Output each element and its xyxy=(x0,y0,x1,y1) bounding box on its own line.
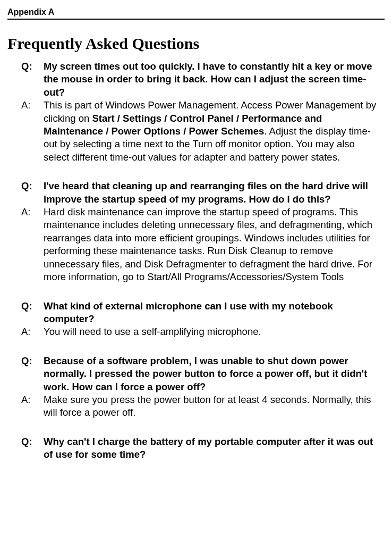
answer-row: A: You will need to use a self-amplifyin… xyxy=(21,325,381,338)
question-row: Q: My screen times out too quickly. I ha… xyxy=(21,60,381,99)
answer-text: You will need to use a self-amplifying m… xyxy=(44,325,381,338)
question-text: I've heard that cleaning up and rearrang… xyxy=(44,180,381,206)
faq-item: Q: What kind of external microphone can … xyxy=(21,300,381,339)
answer-row: A: This is part of Windows Power Managem… xyxy=(21,99,381,164)
question-text: Because of a software problem, I was una… xyxy=(44,355,381,393)
question-text: My screen times out too quickly. I have … xyxy=(44,60,381,99)
question-row: Q: What kind of external microphone can … xyxy=(21,300,381,326)
question-label: Q: xyxy=(21,180,44,192)
answer-text: Make sure you press the power button for… xyxy=(44,393,381,419)
answer-row: A: Hard disk maintenance can improve the… xyxy=(21,206,381,283)
faq-item: Q: Why can't I charge the battery of my … xyxy=(21,435,381,461)
answer-label: A: xyxy=(21,393,44,406)
answer-label: A: xyxy=(21,206,44,219)
faq-item: Q: Because of a software problem, I was … xyxy=(21,355,381,419)
question-text: Why can't I charge the battery of my por… xyxy=(44,435,381,461)
question-label: Q: xyxy=(21,300,44,313)
faq-item: Q: I've heard that cleaning up and rearr… xyxy=(21,180,381,283)
question-row: Q: Why can't I charge the battery of my … xyxy=(21,435,381,461)
answer-text: This is part of Windows Power Management… xyxy=(44,99,381,164)
answer-text: Hard disk maintenance can improve the st… xyxy=(44,206,381,283)
question-label: Q: xyxy=(21,60,44,73)
question-row: Q: Because of a software problem, I was … xyxy=(21,355,381,393)
question-label: Q: xyxy=(21,435,44,448)
answer-label: A: xyxy=(21,325,44,338)
appendix-header: Appendix A xyxy=(7,7,385,20)
faq-list: Q: My screen times out too quickly. I ha… xyxy=(7,60,385,461)
faq-item: Q: My screen times out too quickly. I ha… xyxy=(21,60,381,164)
answer-row: A: Make sure you press the power button … xyxy=(21,393,381,419)
page-title: Frequently Asked Questions xyxy=(7,35,385,53)
question-row: Q: I've heard that cleaning up and rearr… xyxy=(21,180,381,206)
answer-label: A: xyxy=(21,99,44,112)
question-text: What kind of external microphone can I u… xyxy=(44,300,381,326)
question-label: Q: xyxy=(21,355,44,367)
